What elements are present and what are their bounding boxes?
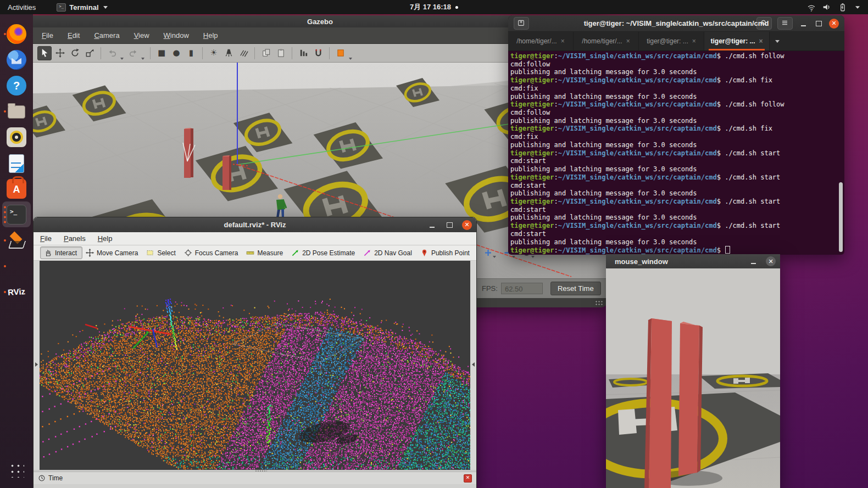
snap-icon[interactable]	[311, 47, 325, 60]
new-tab-button[interactable]	[514, 17, 529, 30]
align-icon[interactable]	[297, 47, 310, 60]
select-arrow-icon[interactable]	[37, 46, 52, 60]
resize-grip-icon[interactable]	[595, 300, 603, 306]
close-icon[interactable]: ✕	[766, 256, 776, 266]
panel-splitter[interactable]	[34, 470, 476, 472]
minimize-icon[interactable]	[748, 256, 758, 266]
dock-item-libreoffice-writer[interactable]	[2, 150, 31, 176]
copy-icon[interactable]	[259, 47, 272, 60]
tab-close-icon[interactable]: ×	[759, 37, 763, 45]
translate-icon[interactable]	[53, 47, 66, 60]
rviz-tool-measure[interactable]: Measure	[243, 247, 288, 259]
tab-list-caret[interactable]	[770, 32, 785, 51]
dock-item-help[interactable]: ?	[2, 72, 31, 98]
undo-history-caret-icon[interactable]	[120, 58, 124, 60]
paste-icon[interactable]	[274, 47, 287, 60]
minimize-icon[interactable]	[427, 220, 437, 230]
gazebo-menu-edit[interactable]: Edit	[68, 31, 80, 40]
app-menu-button[interactable]: >_ Terminal	[57, 3, 107, 12]
views-panel-collapsed[interactable]	[470, 261, 476, 470]
tool-properties-caret-icon[interactable]	[531, 256, 535, 258]
gazebo-menu-help[interactable]: Help	[203, 31, 218, 40]
tab-close-icon[interactable]: ×	[692, 37, 696, 45]
displays-panel-collapsed[interactable]	[34, 261, 40, 470]
directional-light-icon[interactable]	[237, 47, 250, 60]
gazebo-menu-camera[interactable]: Camera	[94, 31, 119, 40]
maximize-icon[interactable]	[444, 220, 454, 230]
system-status-area[interactable]: ?	[806, 0, 863, 14]
running-indicator	[4, 33, 6, 35]
remove-tool-caret-icon[interactable]	[512, 256, 515, 258]
scrollbar-thumb[interactable]	[839, 182, 843, 252]
rviz-menu-file[interactable]: File	[40, 234, 52, 243]
dock-item-thunderbird[interactable]	[2, 47, 31, 72]
rviz-menu-panels[interactable]: Panels	[64, 234, 86, 243]
box-icon[interactable]: ■	[155, 47, 168, 60]
time-panel-close-icon[interactable]: ✕	[464, 474, 472, 483]
rviz-menu-help[interactable]: Help	[98, 234, 113, 243]
minimize-icon[interactable]	[798, 19, 808, 29]
scale-icon[interactable]	[83, 47, 96, 60]
add-tool-icon[interactable]	[483, 248, 493, 257]
dock-item-terminal[interactable]: >_	[2, 201, 31, 227]
terminal-headerbar[interactable]: tiger@tiger: ~/VISIM_single/catkin_ws/sr…	[508, 15, 844, 32]
add-tool-caret-icon[interactable]	[493, 256, 496, 258]
terminal-output-line: cmd:follow	[510, 109, 844, 117]
maximize-icon[interactable]	[814, 19, 824, 29]
cylinder-icon[interactable]: ▮	[185, 47, 198, 60]
tab-close-icon[interactable]: ×	[561, 37, 565, 45]
clock-button[interactable]: 7月 17 16:18	[410, 2, 458, 12]
terminal-tab[interactable]: tiger@tiger: ...×	[704, 32, 770, 51]
rhythmbox-icon	[7, 127, 26, 147]
tab-close-icon[interactable]: ×	[626, 37, 630, 45]
rviz-tool-move-camera[interactable]: Move Camera	[82, 247, 143, 259]
terminal-prompt-line: tiger@tiger:~/VISIM_single/catkin_ws/src…	[510, 198, 844, 206]
activities-button[interactable]: Activities	[0, 0, 43, 14]
rviz-tool-select[interactable]: Select	[143, 247, 180, 259]
point-light-icon[interactable]: ☀	[207, 47, 220, 60]
rviz-titlebar[interactable]: default.rviz* - RViz ✕	[34, 217, 476, 232]
undo-icon[interactable]	[105, 47, 119, 60]
hamburger-icon	[781, 19, 790, 28]
terminal-output-line: publishing and latching message for 3.0 …	[510, 93, 844, 101]
mouse-window-titlebar[interactable]: mouse_window ✕	[606, 254, 780, 268]
expand-views-arrow-icon[interactable]	[472, 362, 475, 367]
terminal-tab[interactable]: /home/tiger/...×	[574, 32, 639, 51]
rotate-icon[interactable]	[68, 47, 81, 60]
rviz-tool-interact[interactable]: Interact	[40, 246, 82, 259]
tool-label: 2D Nav Goal	[374, 249, 412, 257]
mouse-window-3d-viewport[interactable]	[606, 268, 780, 488]
terminal-prompt-line: tiger@tiger:~/VISIM_single/catkin_ws/src…	[510, 100, 844, 109]
gazebo-menu-file[interactable]: File	[42, 31, 53, 40]
expand-displays-arrow-icon[interactable]	[35, 362, 38, 367]
time-panel-header[interactable]: Time ✕	[34, 472, 476, 484]
rviz-tool-2d-nav-goal[interactable]: 2D Nav Goal	[360, 247, 417, 259]
redo-icon[interactable]	[126, 47, 140, 60]
menu-button[interactable]	[777, 17, 793, 30]
gazebo-menu-view[interactable]: View	[134, 31, 149, 40]
terminal-tab[interactable]: tiger@tiger: ...×	[639, 32, 704, 51]
close-icon[interactable]: ✕	[829, 19, 839, 29]
show-applications-button[interactable]	[2, 457, 31, 483]
reset-time-button[interactable]: Reset Time	[550, 282, 601, 295]
insert-model-icon[interactable]	[334, 47, 347, 60]
dock-item-firefox[interactable]	[2, 21, 31, 47]
dock-item-rviz[interactable]: RViz	[2, 279, 31, 305]
dock-item-rhythmbox[interactable]	[2, 124, 31, 150]
redo-history-caret-icon[interactable]	[141, 58, 144, 60]
dock-item-unknown-app[interactable]	[2, 253, 31, 279]
close-icon[interactable]: ✕	[462, 220, 472, 230]
sphere-icon[interactable]: ●	[170, 47, 183, 60]
terminal-output[interactable]: tiger@tiger:~/VISIM_single/catkin_ws/src…	[508, 51, 844, 255]
insert-model-caret-icon[interactable]	[349, 58, 352, 60]
rviz-tool-publish-point[interactable]: Publish Point	[417, 247, 475, 259]
dock-item-gazebo[interactable]	[2, 227, 31, 253]
terminal-tab[interactable]: /home/tiger/...×	[508, 32, 574, 51]
rviz-pointcloud-viewport[interactable]	[40, 261, 470, 470]
rviz-tool-2d-pose-estimate[interactable]: 2D Pose Estimate	[288, 247, 360, 259]
spot-light-icon[interactable]	[222, 47, 235, 60]
rviz-tool-focus-camera[interactable]: Focus Camera	[181, 247, 243, 259]
dock-item-ubuntu-software[interactable]: A	[2, 176, 31, 201]
dock-item-files[interactable]	[2, 98, 31, 124]
gazebo-menu-window[interactable]: Window	[164, 31, 189, 40]
